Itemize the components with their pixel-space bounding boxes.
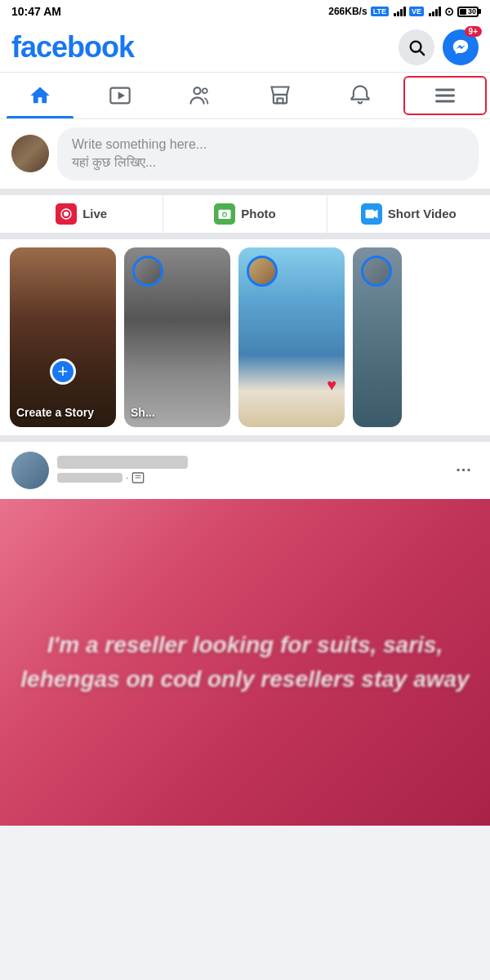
battery-icon: 30 (457, 7, 479, 17)
svg-point-5 (203, 88, 207, 93)
story-create[interactable]: + Create a Story (10, 247, 116, 427)
signal-icon-1 (394, 7, 406, 16)
svg-marker-3 (118, 91, 125, 99)
story-3-avatar (247, 256, 278, 287)
stories-section: + Create a Story Sh... ♥ (0, 239, 490, 442)
post-user-info: · (57, 456, 441, 484)
story-add-button[interactable]: + (50, 359, 76, 385)
status-bar: 10:47 AM 266KB/s LTE VE ⊙ 30 (0, 0, 490, 23)
tab-watch[interactable] (80, 73, 160, 118)
marketplace-icon (269, 84, 292, 107)
wifi-icon: ⊙ (444, 5, 454, 18)
video-icon (361, 203, 382, 225)
short-video-action[interactable]: Short Video (327, 195, 490, 233)
tab-home[interactable] (0, 73, 80, 118)
story-create-label: Create a Story (16, 406, 109, 419)
search-button[interactable] (399, 29, 434, 65)
messenger-button[interactable]: 9+ (443, 29, 479, 65)
live-action[interactable]: Live (0, 195, 163, 233)
live-label: Live (82, 207, 107, 220)
network-speed: 266KB/s (328, 6, 367, 17)
photo-action[interactable]: Photo (163, 195, 327, 233)
tab-marketplace[interactable] (240, 73, 320, 118)
nav-tabs (0, 73, 490, 119)
tab-menu[interactable] (403, 76, 487, 115)
header-actions: 9+ (399, 29, 479, 65)
short-video-label: Short Video (388, 207, 457, 220)
home-icon (29, 84, 51, 107)
status-right: 266KB/s LTE VE ⊙ 30 (328, 5, 479, 18)
live-icon (56, 203, 77, 225)
tab-friends[interactable] (160, 73, 240, 118)
quick-actions: Live Photo Short Video (0, 195, 490, 239)
battery-pct: 30 (468, 7, 476, 16)
post-meta: · (57, 471, 441, 484)
story-2-avatar (132, 256, 163, 287)
lte-badge-2: VE (409, 7, 424, 16)
story-3[interactable]: ♥ (238, 247, 345, 427)
post-meta-dot: · (126, 472, 128, 483)
post-input[interactable]: Write something here... यहां कुछ लिखिए..… (57, 127, 479, 180)
post-meta-time (57, 473, 122, 483)
facebook-logo: facebook (11, 30, 134, 65)
signal-icon-2 (429, 7, 441, 16)
story-2-label: Sh... (131, 406, 224, 419)
photo-label: Photo (241, 207, 276, 220)
messenger-icon (452, 38, 470, 56)
post-box: Write something here... यहां कुछ लिखिए..… (0, 119, 490, 195)
watch-icon (109, 84, 131, 107)
svg-rect-14 (365, 210, 374, 219)
search-icon (408, 38, 425, 56)
menu-icon (434, 84, 457, 107)
bell-icon (349, 84, 372, 107)
svg-point-13 (223, 213, 226, 216)
story-4[interactable] (353, 247, 402, 427)
story-4-avatar (361, 256, 392, 287)
post-audience-icon (131, 471, 145, 484)
svg-point-9 (64, 212, 69, 216)
post-card: · ··· I'm a reseller looking for suits, … (0, 442, 490, 826)
tab-notifications[interactable] (320, 73, 400, 118)
post-image: I'm a reseller looking for suits, saris,… (0, 499, 490, 826)
post-header: · ··· (0, 442, 490, 499)
svg-line-1 (420, 51, 424, 55)
post-image-text: I'm a reseller looking for suits, saris,… (0, 612, 490, 713)
lte-badge: LTE (371, 7, 389, 16)
svg-marker-15 (374, 210, 378, 219)
story-3-heart: ♥ (327, 376, 336, 394)
story-2[interactable]: Sh... (124, 247, 230, 427)
header: facebook 9+ (0, 23, 490, 73)
time: 10:47 AM (11, 5, 61, 18)
post-user-avatar (11, 452, 49, 489)
svg-point-4 (194, 87, 200, 94)
more-options-button[interactable]: ··· (449, 456, 479, 485)
post-username (57, 456, 188, 469)
user-avatar (11, 135, 49, 172)
friends-icon (189, 84, 212, 107)
photo-icon (214, 203, 235, 225)
messenger-badge: 9+ (465, 26, 482, 37)
